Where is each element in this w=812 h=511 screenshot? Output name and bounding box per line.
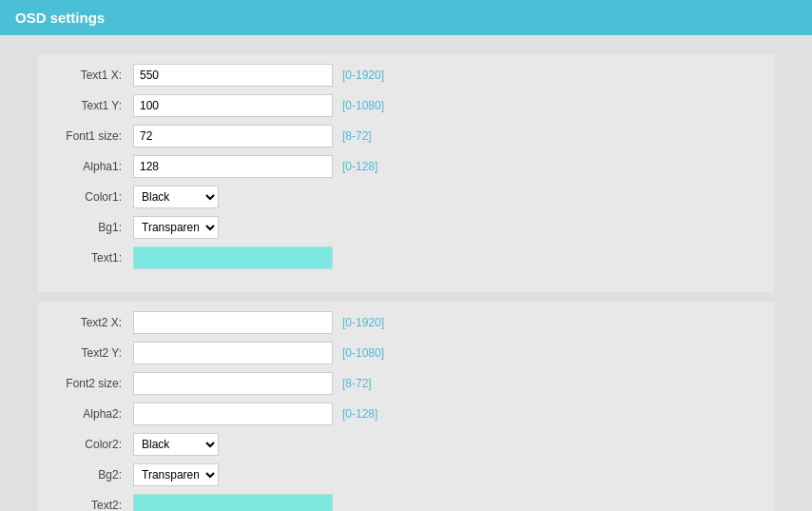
font2-size-hint: [8-72] xyxy=(342,377,372,390)
alpha2-hint: [0-128] xyxy=(342,407,377,421)
bg1-select[interactable]: Transparent Black White xyxy=(133,216,219,239)
text2-preview[interactable] xyxy=(133,494,333,511)
text1-preview-row: Text1: xyxy=(38,246,774,269)
section1: Text1 X: [0-1920] Text1 Y: [0-1080] Font… xyxy=(38,54,774,292)
color1-label: Color1: xyxy=(48,190,133,204)
text2-x-row: Text2 X: [0-1920] xyxy=(38,311,774,334)
font1-size-input[interactable] xyxy=(133,125,333,147)
font1-size-row: Font1 size: [8-72] xyxy=(38,125,774,147)
text1-preview-label: Text1: xyxy=(48,251,133,265)
alpha2-label: Alpha2: xyxy=(48,407,133,421)
font1-size-hint: [8-72] xyxy=(342,129,372,143)
page-title: OSD settings xyxy=(15,10,105,26)
font2-size-label: Font2 size: xyxy=(48,377,133,390)
alpha1-input[interactable] xyxy=(133,155,333,178)
text1-x-row: Text1 X: [0-1920] xyxy=(38,64,774,87)
content-area: Text1 X: [0-1920] Text1 Y: [0-1080] Font… xyxy=(0,35,812,511)
text2-y-row: Text2 Y: [0-1080] xyxy=(38,342,774,364)
section2: Text2 X: [0-1920] Text2 Y: [0-1080] Font… xyxy=(38,302,774,511)
text1-y-input[interactable] xyxy=(133,94,333,117)
alpha1-hint: [0-128] xyxy=(342,160,377,173)
bg2-label: Bg2: xyxy=(48,468,133,482)
bg2-row: Bg2: Transparent Black White xyxy=(38,463,774,486)
text2-x-hint: [0-1920] xyxy=(342,316,384,329)
bg1-label: Bg1: xyxy=(48,221,133,234)
text2-y-label: Text2 Y: xyxy=(48,346,133,360)
color1-row: Color1: Black White Red Green Blue xyxy=(38,186,774,208)
text1-x-input[interactable] xyxy=(133,64,333,87)
alpha2-input[interactable] xyxy=(133,403,333,425)
color2-label: Color2: xyxy=(48,438,133,451)
color2-row: Color2: Black White Red Green Blue xyxy=(38,433,774,456)
text2-y-input[interactable] xyxy=(133,342,333,364)
font2-size-row: Font2 size: [8-72] xyxy=(38,372,774,395)
bg2-select[interactable]: Transparent Black White xyxy=(133,463,219,486)
bg1-row: Bg1: Transparent Black White xyxy=(38,216,774,239)
text1-y-row: Text1 Y: [0-1080] xyxy=(38,94,774,117)
text1-x-hint: [0-1920] xyxy=(342,69,384,82)
page-wrapper: OSD settings Text1 X: [0-1920] Text1 Y: … xyxy=(0,0,812,511)
font1-size-label: Font1 size: xyxy=(48,129,133,143)
text2-x-label: Text2 X: xyxy=(48,316,133,329)
text1-y-hint: [0-1080] xyxy=(342,99,384,112)
page-header: OSD settings xyxy=(0,0,812,35)
color2-select[interactable]: Black White Red Green Blue xyxy=(133,433,219,456)
text2-preview-row: Text2: xyxy=(38,494,774,511)
text2-y-hint: [0-1080] xyxy=(342,346,384,360)
alpha2-row: Alpha2: [0-128] xyxy=(38,403,774,425)
text1-preview[interactable] xyxy=(133,246,333,269)
alpha1-label: Alpha1: xyxy=(48,160,133,173)
color1-select[interactable]: Black White Red Green Blue xyxy=(133,186,219,208)
font2-size-input[interactable] xyxy=(133,372,333,395)
text1-x-label: Text1 X: xyxy=(48,69,133,82)
alpha1-row: Alpha1: [0-128] xyxy=(38,155,774,178)
text2-x-input[interactable] xyxy=(133,311,333,334)
text1-y-label: Text1 Y: xyxy=(48,99,133,112)
text2-preview-label: Text2: xyxy=(48,499,133,511)
